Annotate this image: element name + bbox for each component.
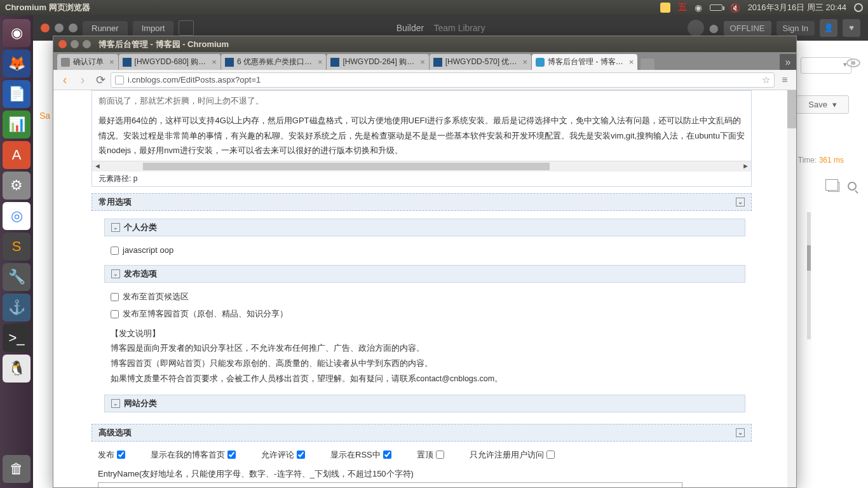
toggle-icon[interactable]: ⌄ — [111, 399, 120, 408]
bg-close-button[interactable] — [41, 24, 50, 32]
window-maximize-button[interactable] — [83, 40, 91, 48]
bg-copy-icon[interactable] — [828, 182, 839, 192]
bg-eye-icon[interactable] — [846, 58, 860, 67]
volume-icon[interactable]: 🔇 — [730, 3, 740, 13]
subsection-publish-options[interactable]: ⌄ 发布选项 — [104, 265, 745, 283]
chromium-icon[interactable]: ◎ — [3, 202, 31, 230]
software-center-icon[interactable]: A — [3, 141, 31, 169]
system-tray: 五 ◉ 🔇 2016年3月16日 周三 20:44 — [660, 2, 863, 13]
entryname-row: EntryName(友好地址名，只能使用字母、数字、-连字符、_下划线，不超过1… — [98, 468, 752, 487]
settings-gear-icon[interactable] — [854, 3, 863, 12]
bg-minimize-button[interactable] — [55, 24, 64, 32]
bg-search-icon[interactable] — [848, 182, 857, 191]
bg-time-label: Time: 361 ms — [798, 156, 844, 165]
bg-dropdown[interactable] — [801, 57, 851, 74]
browser-tab[interactable]: [HWGYDD-264] 购…× — [327, 54, 428, 70]
browser-tab[interactable]: 6 优惠券账户类接口…× — [221, 54, 327, 70]
tools-icon[interactable]: 🔧 — [3, 263, 31, 291]
favicon-jira-icon — [330, 58, 339, 67]
forward-button[interactable]: › — [75, 72, 90, 88]
writer-icon[interactable]: 📄 — [3, 80, 31, 108]
chrome-menu-button[interactable]: ≡ — [777, 74, 792, 86]
tab-overflow-button[interactable]: » — [780, 54, 796, 70]
editor-h-scrollbar[interactable]: ◄► — [92, 161, 751, 172]
toggle-icon[interactable]: ⌄ — [111, 223, 120, 232]
bg-heart-icon[interactable]: ♥ — [843, 19, 860, 37]
checkbox-publish[interactable]: 发布 — [98, 449, 125, 461]
bg-person-icon[interactable]: 👤 — [820, 19, 837, 37]
anchor-icon[interactable]: ⚓ — [3, 294, 31, 322]
checkbox-only-registered[interactable]: 只允许注册用户访问 — [470, 449, 555, 461]
bg-tab-runner[interactable]: Runner — [83, 21, 128, 36]
back-button[interactable]: ‹ — [57, 72, 72, 88]
page-scrollbar-track — [787, 90, 796, 487]
system-top-bar: Chromium 网页浏览器 五 ◉ 🔇 2016年3月16日 周三 20:44 — [0, 0, 868, 15]
browser-tab[interactable]: [HWGYDD-570] 优…× — [430, 54, 531, 70]
sublime-icon[interactable]: S — [3, 233, 31, 261]
window-close-button[interactable] — [58, 40, 67, 48]
personal-category-content: javascript oop — [111, 243, 745, 257]
editor-textarea[interactable]: 前面说了，那就艺术折腾，时间上勿不退了。 最好选用64位的，这样可以支持4G以上… — [92, 91, 751, 161]
tray-input-method-icon[interactable]: 五 — [678, 2, 687, 13]
dash-icon[interactable]: ◉ — [3, 19, 31, 47]
new-tab-button[interactable] — [641, 58, 654, 70]
favicon-doc-icon — [61, 58, 70, 67]
terminal-icon[interactable]: >_ — [3, 324, 31, 352]
favicon-jira-icon — [123, 58, 132, 67]
firefox-icon[interactable]: 🦊 — [3, 50, 31, 78]
bg-sync-icon[interactable] — [688, 20, 704, 36]
tray-penguin-icon[interactable] — [660, 3, 670, 13]
section-advanced-options[interactable]: 高级选项 ⌄ — [92, 424, 752, 442]
checkbox-show-myblog[interactable]: 显示在我的博客首页 — [151, 449, 236, 461]
settings-icon[interactable]: ⚙ — [3, 172, 31, 200]
trash-icon[interactable]: 🗑 — [3, 455, 31, 483]
address-bar[interactable]: i.cnblogs.com/EditPosts.aspx?opt=1 ☆ — [111, 72, 775, 88]
editor-line: 前面说了，那就艺术折腾，时间上勿不退了。 — [98, 93, 745, 108]
browser-tab[interactable]: 确认订单× — [57, 54, 118, 70]
checkbox-pin[interactable]: 置顶 — [417, 449, 444, 461]
bg-signin-button[interactable]: Sign In — [776, 21, 815, 36]
checkbox-allow-comment[interactable]: 允许评论 — [261, 449, 305, 461]
wifi-icon[interactable]: ◉ — [695, 3, 702, 13]
calc-icon[interactable]: 📊 — [3, 111, 31, 139]
tab-close-icon[interactable]: × — [520, 57, 527, 67]
checkbox-js-oop[interactable]: javascript oop — [111, 243, 745, 257]
bg-maximize-button[interactable] — [69, 24, 78, 32]
collapse-icon[interactable]: ⌄ — [736, 198, 745, 207]
entryname-input[interactable] — [98, 482, 682, 487]
battery-icon[interactable] — [710, 4, 722, 11]
tab-close-icon[interactable]: × — [209, 57, 217, 67]
collapse-icon[interactable]: ⌄ — [736, 428, 745, 437]
qq-icon[interactable]: 🐧 — [3, 355, 31, 383]
bg-add-icon[interactable] — [179, 20, 194, 36]
checkbox-publish-cnblogs-home[interactable]: 发布至博客园首页（原创、精品、知识分享） — [111, 306, 745, 321]
app-title: Chromium 网页浏览器 — [5, 2, 660, 13]
browser-tab[interactable]: [HWGYDD-680] 购…× — [119, 54, 220, 70]
bg-tab-import[interactable]: Import — [133, 21, 174, 36]
section-common-options[interactable]: 常用选项 ⌄ — [92, 193, 752, 211]
tab-close-icon[interactable]: × — [315, 57, 323, 67]
page-scrollbar-thumb[interactable] — [787, 90, 796, 128]
bookmark-star-icon[interactable]: ☆ — [762, 74, 770, 86]
tab-close-icon[interactable]: × — [627, 57, 634, 67]
note-title: 【发文说明】 — [111, 327, 745, 342]
tab-close-icon[interactable]: × — [417, 57, 425, 67]
bg-offline-badge: OFFLINE — [724, 21, 771, 36]
bg-scrollbar-thumb[interactable] — [807, 245, 811, 271]
browser-tab-active[interactable]: 博客后台管理 - 博客…× — [532, 54, 637, 70]
browser-toolbar: ‹ › ⟳ i.cnblogs.com/EditPosts.aspx?opt=1… — [53, 70, 796, 90]
checkbox-show-rss[interactable]: 显示在RSS中 — [330, 449, 391, 461]
tab-close-icon[interactable]: × — [107, 57, 114, 67]
subsection-site-category[interactable]: ⌄ 网站分类 — [104, 395, 745, 412]
bg-save-button[interactable]: Save — [796, 95, 849, 114]
browser-tabs: 确认订单× [HWGYDD-680] 购…× 6 优惠券账户类接口…× [HWG… — [53, 52, 796, 70]
checkbox-publish-home-candidate[interactable]: 发布至首页候选区 — [111, 289, 745, 304]
favicon-confluence-icon — [225, 58, 234, 67]
page-content: 前面说了，那就艺术折腾，时间上勿不退了。 最好选用64位的，这样可以支持4G以上… — [53, 90, 796, 487]
window-minimize-button[interactable] — [71, 40, 79, 48]
subsection-personal-category[interactable]: ⌄ 个人分类 — [104, 219, 745, 236]
reload-button[interactable]: ⟳ — [93, 72, 108, 88]
clock[interactable]: 2016年3月16日 周三 20:44 — [748, 2, 846, 13]
note-line: 博客园是面向开发者的知识分享社区，不允许发布任何推广、广告、政治方面的内容。 — [111, 341, 745, 356]
toggle-icon[interactable]: ⌄ — [111, 269, 120, 278]
